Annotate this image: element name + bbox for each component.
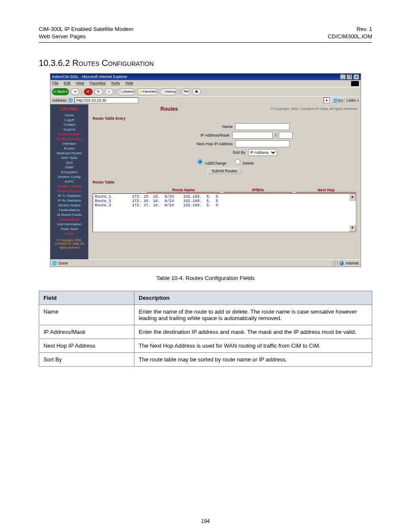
field-desc-cell: Enter the destination IP address and mas… (134, 325, 372, 339)
sidebar-item-modem-status[interactable]: Modem Status (50, 203, 88, 208)
address-input[interactable]: http://10.10.10.30 (75, 97, 138, 103)
sidebar-item-modem-utilities[interactable]: Modem Utilities (50, 184, 88, 189)
address-label: Address (52, 98, 66, 103)
field-desc-cell: The Next Hop Address is used for WAN rou… (134, 339, 372, 352)
addchange-radio-input[interactable] (197, 159, 203, 165)
sidebar-item-ip-tx-statistics[interactable]: IP Tx Statistics (50, 193, 88, 198)
window-controls: _ ❐ ✕ (340, 75, 359, 79)
route-table-headers: Route Name IP/Bits Next Hop (88, 186, 361, 193)
name-field[interactable] (235, 123, 290, 130)
address-icon: 🌐 (68, 98, 73, 103)
table-row: Sort ByThe route table may be sorted by … (39, 352, 372, 366)
submit-routes-button[interactable]: Submit Routes (208, 168, 241, 174)
sidebar-item-arp-table[interactable]: ARP Table (50, 156, 88, 160)
close-button[interactable]: ✕ (354, 75, 359, 79)
home-button[interactable]: ⌂ (105, 88, 113, 95)
sidebar-item-unit-information[interactable]: Unit Information (50, 222, 88, 227)
doc-title-right-2: CD/CIM300L.IOM (328, 33, 372, 40)
sidebar-item-multicast-routes[interactable]: Multicast Routes (50, 151, 88, 156)
col-route-name: Route Name (147, 188, 220, 193)
mail-button[interactable]: ✉▾ (182, 88, 190, 95)
sidebar-item-modem-config[interactable]: Modem Config (50, 174, 88, 179)
titlebar: Index/CM-300L - Microsoft Internet Explo… (50, 74, 361, 80)
doc-title-left-1: CiM-300L IP Enabled Satellite Modem (39, 26, 134, 33)
maximize-button[interactable]: ❐ (347, 75, 352, 79)
back-button[interactable]: ⇐ Back ▾ (52, 88, 69, 95)
table-row: Next Hop IP AddressThe Next Hop Address … (39, 339, 372, 352)
links-button[interactable]: Links » (346, 98, 359, 103)
sidebar-item-config-summary[interactable]: Config Summary (50, 137, 88, 141)
field-name-cell: Name (39, 305, 134, 325)
address-bar: Address 🌐 http://10.10.10.30 ▾ 🌐Go Links… (50, 96, 361, 104)
menu-favorites[interactable]: Favorites (90, 81, 106, 85)
menu-help[interactable]: Help (125, 81, 134, 85)
sidebar-item-routes[interactable]: Routes (50, 146, 88, 151)
mask-field[interactable] (279, 132, 293, 139)
minimize-button[interactable]: _ (340, 75, 346, 79)
sidebar-item-qos[interactable]: QoS (50, 160, 88, 165)
doc-title-left-2: Web Server Pages (39, 33, 134, 40)
ie-flag-icon (351, 81, 359, 86)
sidebar-item-faults-alarms[interactable]: Faults/Alarms (50, 208, 88, 212)
menu-edit[interactable]: Edit (64, 81, 71, 85)
field-name-cell: Next Hop IP Address (39, 339, 134, 352)
sidebar-copyright: © Copyright, 2002, Comtech EF Data, All … (50, 236, 88, 252)
sidebar-item-encryption[interactable]: Encryption (50, 170, 88, 174)
sidebar-item-m-stored-faults[interactable]: M.Stored Faults (50, 212, 88, 217)
section-text: Routes Configuration (72, 58, 154, 68)
sidebar-item-logoff[interactable]: Logoff (50, 118, 88, 122)
table-legend: Route Table (88, 180, 361, 186)
sidebar-item-administration[interactable]: Administration (50, 132, 88, 137)
nexthop-label: Next Hop IP Address (159, 142, 233, 146)
history-button[interactable]: 🕓History (160, 88, 177, 95)
address-dropdown-icon[interactable]: ▾ (324, 97, 330, 103)
doc-title-right-1: Rev. 1 (328, 26, 372, 33)
field-desc-cell: The route table may be sorted by route n… (134, 352, 372, 366)
menu-view[interactable]: View (76, 81, 84, 85)
sidebar-item-interface[interactable]: Interface (50, 141, 88, 146)
favorites-button[interactable]: ⭐Favorites (137, 88, 158, 95)
status-right: Internet (346, 261, 359, 265)
addchange-radio[interactable]: Add/Change (195, 158, 227, 165)
sidebar-item-maintenance[interactable]: Maintenance (50, 217, 88, 222)
delete-radio-input[interactable] (235, 159, 240, 165)
sidebar-brand: CiM 300L (50, 106, 88, 113)
sidebar-item-aupc[interactable]: AUPC (50, 179, 88, 184)
nexthop-field[interactable] (235, 140, 290, 147)
sidebar-item-monitor-reports[interactable]: Monitor/Reports (50, 189, 88, 193)
main-pane: Routes © Copyright, 2002, Comtech EF Dat… (88, 104, 361, 259)
table-caption: Table 10-4. Routes Configuration Fields (39, 275, 372, 281)
delete-radio[interactable]: Delete (233, 158, 254, 165)
menu-file[interactable]: File (52, 81, 59, 85)
sortby-select[interactable]: IP Address (248, 149, 277, 156)
sidebar-item-ip-rx-statistics[interactable]: IP Rx Statistics (50, 198, 88, 203)
sidebar: CiM 300L HomeLogoffContactSupportAdminis… (50, 104, 88, 259)
route-table-listbox[interactable]: Route_1 172. 15. 10. 0/24 192.168. 5. 5 … (93, 193, 356, 232)
refresh-button[interactable]: ↻ (94, 88, 103, 95)
stop-button[interactable]: ✕ (84, 88, 93, 95)
go-button[interactable]: 🌐Go (331, 98, 345, 103)
forward-button[interactable]: ⇒ (71, 88, 79, 95)
table-row: IP Address/MaskEnter the destination IP … (39, 325, 372, 339)
sidebar-item-support[interactable]: Support (50, 127, 88, 132)
sidebar-item-flash-save[interactable]: Flash Save (50, 227, 88, 231)
browser-window: Index/CM-300L - Microsoft Internet Explo… (50, 73, 361, 267)
sidebar-item-home[interactable]: Home (50, 113, 88, 118)
ip-field[interactable] (232, 132, 273, 139)
scroll-up-icon[interactable]: ▲ (349, 194, 356, 201)
internet-icon (339, 261, 344, 265)
sidebar-item-igmp[interactable]: IGMP (50, 165, 88, 170)
print-button[interactable]: 🖶 (192, 88, 201, 95)
scroll-down-icon[interactable]: ▼ (349, 225, 356, 232)
slash-separator: / (275, 133, 277, 137)
fields-header-field: Field (39, 291, 134, 305)
menu-tools[interactable]: Tools (111, 81, 120, 85)
page-title: Routes (92, 106, 178, 112)
entry-legend: Route Table Entry (93, 116, 356, 122)
sidebar-item-reset[interactable]: Reset (50, 231, 88, 236)
sidebar-item-contact[interactable]: Contact (50, 122, 88, 127)
toolbar: ⇐ Back ▾ ⇒ | ✕ ↻ ⌂ | 🔍Search ⭐Favorites … (50, 87, 361, 96)
field-name-cell: IP Address/Mask (39, 325, 134, 339)
search-button[interactable]: 🔍Search (118, 88, 135, 95)
fields-table: Field Description NameEnter the name of … (39, 291, 372, 367)
